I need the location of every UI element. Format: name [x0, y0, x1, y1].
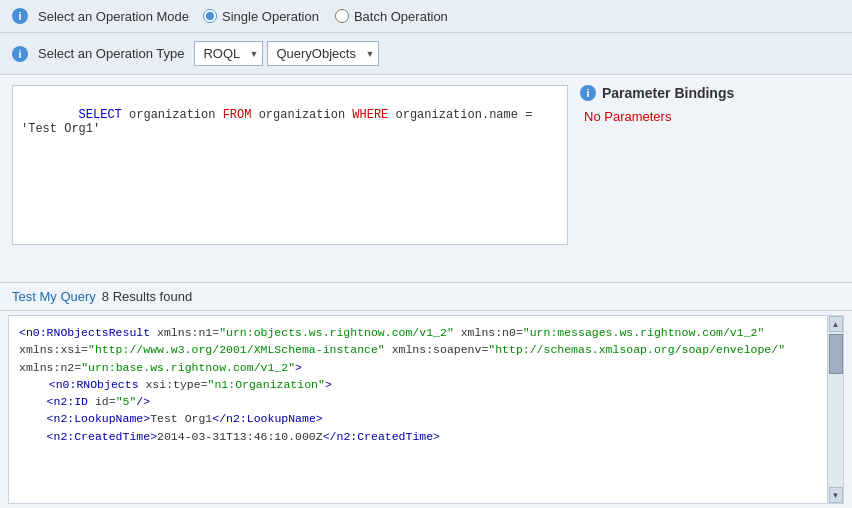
xml-line5: <n2:ID id="5"/> [19, 395, 150, 408]
from-keyword: FROM [223, 108, 252, 122]
param-info-icon: i [580, 85, 596, 101]
test-query-bar: Test My Query 8 Results found [0, 282, 852, 311]
method-select-wrapper: QueryObjects [267, 41, 379, 66]
type-select[interactable]: ROQL [194, 41, 263, 66]
batch-operation-label: Batch Operation [354, 9, 448, 24]
xml-line4: <n0:RNObjects xsi:type="n1:Organization"… [35, 378, 332, 391]
param-header: i Parameter Bindings [580, 85, 840, 101]
batch-operation-radio[interactable] [335, 9, 349, 23]
xml-line2: xmlns:xsi= [19, 343, 88, 356]
scrollbar-track: ▲ ▼ [827, 316, 843, 503]
type-dropdown-group: ROQL QueryObjects [194, 41, 379, 66]
results-content[interactable]: <n0:RNObjectsResult xmlns:n1="urn:object… [9, 316, 827, 503]
type-select-wrapper: ROQL [194, 41, 263, 66]
xml-line7: <n2:CreatedTime>2014-03-31T13:46:10.000Z… [19, 430, 440, 443]
select-keyword: SELECT [79, 108, 122, 122]
scrollbar-thumb[interactable] [829, 334, 843, 374]
xml-line1: <n0:RNObjectsResult [19, 326, 150, 339]
test-query-link[interactable]: Test My Query [12, 289, 96, 304]
operation-type-row: i Select an Operation Type ROQL QueryObj… [0, 33, 852, 75]
method-select[interactable]: QueryObjects [267, 41, 379, 66]
scroll-down-arrow[interactable]: ▼ [829, 487, 843, 503]
single-operation-option[interactable]: Single Operation [203, 9, 319, 24]
xml-line3: xmlns:n2= [19, 361, 81, 374]
results-count: 8 Results found [102, 289, 192, 304]
operation-mode-info-icon: i [12, 8, 28, 24]
query-text: SELECT organization FROM organization WH… [21, 94, 559, 150]
batch-operation-option[interactable]: Batch Operation [335, 9, 448, 24]
main-container: i Select an Operation Mode Single Operat… [0, 0, 852, 508]
operation-mode-label: Select an Operation Mode [38, 9, 189, 24]
param-bindings-panel: i Parameter Bindings No Parameters [580, 85, 840, 272]
param-title: Parameter Bindings [602, 85, 734, 101]
operation-type-info-icon: i [12, 46, 28, 62]
operation-type-label: Select an Operation Type [38, 46, 184, 61]
scroll-up-arrow[interactable]: ▲ [829, 316, 843, 332]
single-operation-radio[interactable] [203, 9, 217, 23]
operation-mode-row: i Select an Operation Mode Single Operat… [0, 0, 852, 33]
single-operation-label: Single Operation [222, 9, 319, 24]
no-params-text: No Parameters [580, 109, 840, 124]
where-keyword: WHERE [352, 108, 388, 122]
xml-line6: <n2:LookupName>Test Org1</n2:LookupName> [19, 412, 323, 425]
operation-mode-radio-group: Single Operation Batch Operation [203, 9, 448, 24]
results-area: <n0:RNObjectsResult xmlns:n1="urn:object… [8, 315, 844, 504]
query-area: SELECT organization FROM organization WH… [0, 75, 852, 282]
query-textarea[interactable]: SELECT organization FROM organization WH… [12, 85, 568, 245]
